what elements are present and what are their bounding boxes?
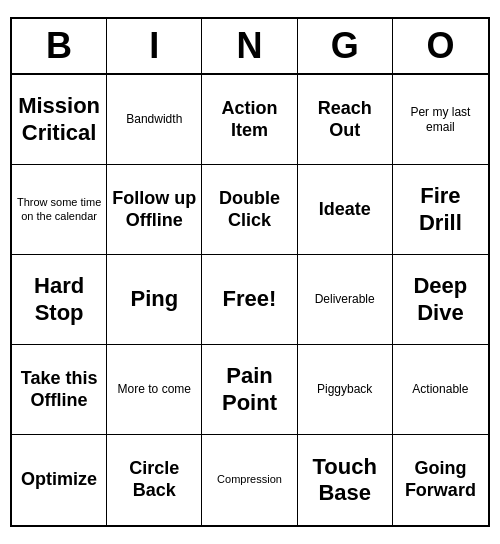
cell-label: Take this Offline bbox=[16, 368, 102, 411]
cell-label: More to come bbox=[118, 382, 191, 396]
bingo-grid: Mission CriticalBandwidthAction ItemReac… bbox=[12, 75, 488, 525]
cell-label: Ping bbox=[130, 286, 178, 312]
cell-label: Fire Drill bbox=[397, 183, 484, 236]
cell-label: Double Click bbox=[206, 188, 292, 231]
bingo-header: BINGO bbox=[12, 19, 488, 75]
cell-label: Optimize bbox=[21, 469, 97, 491]
bingo-cell[interactable]: Double Click bbox=[202, 165, 297, 255]
cell-label: Mission Critical bbox=[16, 93, 102, 146]
bingo-cell[interactable]: Mission Critical bbox=[12, 75, 107, 165]
cell-label: Action Item bbox=[206, 98, 292, 141]
cell-label: Follow up Offline bbox=[111, 188, 197, 231]
cell-label: Ideate bbox=[319, 199, 371, 221]
header-letter: B bbox=[12, 19, 107, 73]
bingo-cell[interactable]: Free! bbox=[202, 255, 297, 345]
cell-label: Hard Stop bbox=[16, 273, 102, 326]
bingo-cell[interactable]: Ideate bbox=[298, 165, 393, 255]
cell-label: Pain Point bbox=[206, 363, 292, 416]
bingo-cell[interactable]: Piggyback bbox=[298, 345, 393, 435]
bingo-card: BINGO Mission CriticalBandwidthAction It… bbox=[10, 17, 490, 527]
cell-label: Per my last email bbox=[397, 105, 484, 134]
bingo-cell[interactable]: Throw some time on the calendar bbox=[12, 165, 107, 255]
cell-label: Deep Dive bbox=[397, 273, 484, 326]
bingo-cell[interactable]: Per my last email bbox=[393, 75, 488, 165]
bingo-cell[interactable]: Fire Drill bbox=[393, 165, 488, 255]
bingo-cell[interactable]: More to come bbox=[107, 345, 202, 435]
bingo-cell[interactable]: Circle Back bbox=[107, 435, 202, 525]
cell-label: Compression bbox=[217, 473, 282, 486]
bingo-cell[interactable]: Pain Point bbox=[202, 345, 297, 435]
cell-label: Bandwidth bbox=[126, 112, 182, 126]
cell-label: Piggyback bbox=[317, 382, 372, 396]
bingo-cell[interactable]: Actionable bbox=[393, 345, 488, 435]
bingo-cell[interactable]: Deliverable bbox=[298, 255, 393, 345]
bingo-cell[interactable]: Going Forward bbox=[393, 435, 488, 525]
bingo-cell[interactable]: Take this Offline bbox=[12, 345, 107, 435]
header-letter: I bbox=[107, 19, 202, 73]
cell-label: Actionable bbox=[412, 382, 468, 396]
bingo-cell[interactable]: Action Item bbox=[202, 75, 297, 165]
bingo-cell[interactable]: Follow up Offline bbox=[107, 165, 202, 255]
cell-label: Circle Back bbox=[111, 458, 197, 501]
cell-label: Going Forward bbox=[397, 458, 484, 501]
cell-label: Throw some time on the calendar bbox=[16, 196, 102, 222]
cell-label: Touch Base bbox=[302, 454, 388, 507]
bingo-cell[interactable]: Touch Base bbox=[298, 435, 393, 525]
bingo-cell[interactable]: Hard Stop bbox=[12, 255, 107, 345]
bingo-cell[interactable]: Ping bbox=[107, 255, 202, 345]
bingo-cell[interactable]: Deep Dive bbox=[393, 255, 488, 345]
cell-label: Reach Out bbox=[302, 98, 388, 141]
header-letter: N bbox=[202, 19, 297, 73]
bingo-cell[interactable]: Optimize bbox=[12, 435, 107, 525]
bingo-cell[interactable]: Bandwidth bbox=[107, 75, 202, 165]
cell-label: Deliverable bbox=[315, 292, 375, 306]
header-letter: O bbox=[393, 19, 488, 73]
header-letter: G bbox=[298, 19, 393, 73]
cell-label: Free! bbox=[223, 286, 277, 312]
bingo-cell[interactable]: Reach Out bbox=[298, 75, 393, 165]
bingo-cell[interactable]: Compression bbox=[202, 435, 297, 525]
